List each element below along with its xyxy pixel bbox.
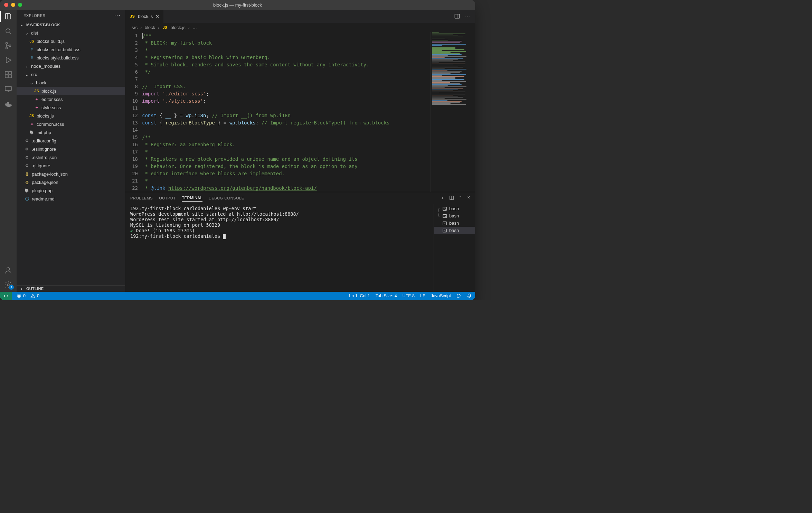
folder-node_modules[interactable]: ›node_modules [17,62,125,70]
file-blocks.editor.build.css[interactable]: #blocks.editor.build.css [17,45,125,54]
project-section-header[interactable]: ⌄ MY-FIRST-BLOCK [17,21,125,28]
tab-problems[interactable]: PROBLEMS [130,195,153,202]
tree-label: package.json [32,180,58,185]
file-style.scss[interactable]: ✦style.scss [17,103,125,112]
file-init.php[interactable]: 🐘init.php [17,128,125,137]
svg-rect-7 [9,75,11,78]
file-.editorconfig[interactable]: ⚙.editorconfig [17,137,125,145]
indentation[interactable]: Tab Size: 4 [376,293,397,298]
php-icon: 🐘 [24,188,30,193]
eol[interactable]: LF [420,293,425,298]
file-.gitignore[interactable]: ⚙.gitignore [17,161,125,170]
file-plugin.php[interactable]: 🐘plugin.php [17,186,125,195]
explorer-icon[interactable] [4,12,12,21]
cfg-icon: ⚙ [24,147,30,151]
folder-src[interactable]: ⌄src [17,70,125,78]
tab-output[interactable]: OUTPUT [159,195,176,202]
vscode-window: block.js — my-first-block [0,0,475,300]
svg-rect-20 [443,222,447,225]
run-debug-icon[interactable] [4,56,12,64]
file-blocks.build.js[interactable]: JSblocks.build.js [17,37,125,45]
split-terminal-icon[interactable] [449,195,454,200]
code-content[interactable]: /** * BLOCK: my-first-block * * Register… [142,32,475,192]
file-block.js[interactable]: JSblock.js [17,87,125,95]
file-package-lock.json[interactable]: {}package-lock.json [17,170,125,178]
maximize-panel-icon[interactable]: ⌃ [459,195,462,200]
tab-label: block.js [138,14,153,19]
chevron-right-icon: › [19,287,24,291]
remote-explorer-icon[interactable] [4,85,12,93]
sidebar-more-icon[interactable]: ··· [114,12,121,19]
file-blocks.style.build.css[interactable]: #blocks.style.build.css [17,54,125,62]
hash-icon: # [29,47,35,52]
svg-rect-4 [5,72,8,74]
minimize-window-button[interactable] [11,3,15,7]
terminal-session[interactable]: ┌bash [434,205,475,212]
terminal-icon [442,221,447,226]
account-icon[interactable] [4,266,12,274]
source-control-icon[interactable] [4,41,12,50]
minimap[interactable] [430,32,475,192]
js-icon: JS [162,26,168,29]
svg-rect-13 [8,102,9,103]
svg-rect-19 [443,214,447,217]
svg-rect-6 [5,75,8,78]
code-editor[interactable]: 12345678910111213141516171819202122 /** … [125,32,475,192]
tree-label: node_modules [31,64,60,69]
file-package.json[interactable]: {}package.json [17,178,125,186]
js-icon: JS [34,89,39,93]
terminal-session[interactable]: └bash [434,212,475,220]
chevron-down-icon: ⌄ [24,30,29,36]
tab-block-js[interactable]: JS block.js ✕ [125,10,164,23]
language-mode[interactable]: JavaScript [431,293,451,298]
terminal[interactable]: 192:my-first-block carlodaniele$ wp-env … [125,204,434,292]
folder-block[interactable]: ⌄block [17,78,125,87]
maximize-window-button[interactable] [18,3,22,7]
tab-terminal[interactable]: TERMINAL [182,194,202,202]
docker-icon[interactable] [4,100,12,108]
search-icon[interactable] [4,27,12,35]
hash-icon: # [29,56,35,60]
file-editor.scss[interactable]: ✦editor.scss [17,95,125,103]
sidebar: EXPLORER ··· ⌄ MY-FIRST-BLOCK ⌄distJSblo… [17,10,125,292]
svg-point-14 [7,268,10,270]
settings-gear-icon[interactable]: 1 [4,281,12,289]
file-readme.md[interactable]: ⓘreadme.md [17,195,125,203]
file-blocks.js[interactable]: JSblocks.js [17,112,125,120]
encoding[interactable]: UTF-8 [403,293,415,298]
errors-count[interactable]: 0 [17,293,26,298]
new-terminal-icon[interactable]: ＋ [441,195,445,200]
outline-section-header[interactable]: › OUTLINE [17,286,125,292]
activity-bar: 1 [0,10,17,292]
split-editor-icon[interactable] [454,13,460,19]
file-.eslintignore[interactable]: ⚙.eslintignore [17,145,125,153]
close-tab-icon[interactable]: ✕ [155,14,159,19]
tab-debug-console[interactable]: DEBUG CONSOLE [209,195,244,202]
folder-dist[interactable]: ⌄dist [17,29,125,37]
cursor-position[interactable]: Ln 1, Col 1 [349,293,370,298]
svg-rect-12 [7,102,8,103]
json-icon: {} [24,180,30,184]
file-.eslintrc.json[interactable]: ⚙.eslintrc.json [17,153,125,161]
tree-label: dist [31,30,38,36]
remote-indicator[interactable] [0,292,12,300]
terminal-session[interactable]: bash [434,220,475,227]
notifications-icon[interactable] [467,293,472,298]
svg-rect-11 [8,103,9,104]
feedback-icon[interactable] [456,293,461,298]
editor-more-icon[interactable]: ··· [465,14,471,19]
scss-icon: ✦ [29,122,35,127]
tree-label: block [36,80,46,85]
close-panel-icon[interactable]: ✕ [467,195,471,200]
js-icon: JS [29,39,35,43]
extensions-icon[interactable] [4,71,12,79]
breadcrumb[interactable]: src› block› JS block.js› … [125,23,475,32]
close-window-button[interactable] [4,3,8,7]
svg-rect-8 [5,86,11,91]
terminal-session[interactable]: bash [434,227,475,234]
warnings-count[interactable]: 0 [30,293,39,298]
tree-label: blocks.build.js [37,39,65,44]
tree-label: readme.md [32,196,55,202]
js-icon: JS [130,14,135,18]
file-common.scss[interactable]: ✦common.scss [17,120,125,128]
